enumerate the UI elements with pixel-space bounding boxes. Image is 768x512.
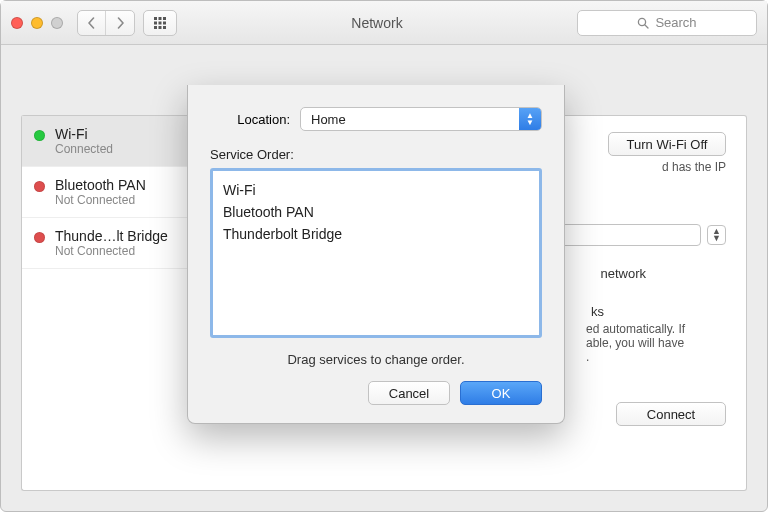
status-text-fragment: d has the IP: [662, 160, 726, 174]
status-dot-icon: [34, 232, 45, 243]
text-fragment: ks: [591, 304, 604, 319]
chevron-left-icon: [87, 17, 96, 29]
traffic-lights: [11, 17, 63, 29]
service-order-list[interactable]: Wi-Fi Bluetooth PAN Thunderbolt Bridge: [210, 168, 542, 338]
window-title: Network: [185, 15, 569, 31]
back-button[interactable]: [78, 11, 106, 35]
status-dot-icon: [34, 130, 45, 141]
interfaces-sidebar: Wi-Fi Connected Bluetooth PAN Not Connec…: [21, 115, 211, 491]
preferences-window: Network Search Wi-Fi Connected Bluetooth…: [0, 0, 768, 512]
sidebar-item-wifi[interactable]: Wi-Fi Connected: [22, 116, 211, 167]
stepper-icon[interactable]: ▲▼: [707, 225, 726, 245]
sidebar-item-bluetooth-pan[interactable]: Bluetooth PAN Not Connected: [22, 167, 211, 218]
text-fragment: able, you will have: [586, 336, 726, 350]
minimize-icon[interactable]: [31, 17, 43, 29]
sidebar-item-label: Bluetooth PAN: [55, 177, 146, 193]
svg-line-10: [645, 25, 648, 28]
connect-button[interactable]: Connect: [616, 402, 726, 426]
search-placeholder: Search: [655, 15, 696, 30]
svg-rect-0: [154, 17, 157, 20]
list-item[interactable]: Wi-Fi: [223, 179, 529, 201]
svg-rect-5: [163, 21, 166, 24]
svg-rect-8: [163, 26, 166, 29]
location-dropdown[interactable]: Home ▲▼: [300, 107, 542, 131]
close-icon[interactable]: [11, 17, 23, 29]
sheet-actions: Cancel OK: [210, 381, 542, 405]
nav-back-forward: [77, 10, 135, 36]
cancel-button[interactable]: Cancel: [368, 381, 450, 405]
network-field[interactable]: [561, 224, 701, 246]
titlebar: Network Search: [1, 1, 767, 45]
svg-rect-7: [159, 26, 162, 29]
location-value: Home: [301, 112, 519, 127]
sidebar-item-label: Wi-Fi: [55, 126, 113, 142]
sidebar-item-status: Connected: [55, 142, 113, 156]
window-body: Wi-Fi Connected Bluetooth PAN Not Connec…: [1, 45, 767, 511]
text-fragment: .: [586, 350, 726, 364]
zoom-icon[interactable]: [51, 17, 63, 29]
sidebar-item-thunderbolt-bridge[interactable]: Thunde…lt Bridge Not Connected: [22, 218, 211, 269]
sidebar-item-status: Not Connected: [55, 244, 168, 258]
svg-rect-2: [163, 17, 166, 20]
svg-rect-1: [159, 17, 162, 20]
forward-button[interactable]: [106, 11, 134, 35]
svg-rect-3: [154, 21, 157, 24]
show-all-button[interactable]: [143, 10, 177, 36]
location-label: Location:: [210, 112, 290, 127]
svg-point-9: [639, 18, 646, 25]
status-dot-icon: [34, 181, 45, 192]
turn-wifi-off-button[interactable]: Turn Wi-Fi Off: [608, 132, 726, 156]
grid-icon: [153, 16, 167, 30]
svg-rect-4: [159, 21, 162, 24]
service-order-label: Service Order:: [210, 147, 542, 162]
text-fragment: ed automatically. If: [586, 322, 726, 336]
sidebar-item-label: Thunde…lt Bridge: [55, 228, 168, 244]
dropdown-arrows-icon: ▲▼: [519, 108, 541, 130]
svg-rect-6: [154, 26, 157, 29]
list-item[interactable]: Bluetooth PAN: [223, 201, 529, 223]
service-order-sheet: Location: Home ▲▼ Service Order: Wi-Fi B…: [187, 85, 565, 424]
text-fragment: network: [600, 266, 646, 281]
list-item[interactable]: Thunderbolt Bridge: [223, 223, 529, 245]
sheet-instruction: Drag services to change order.: [210, 352, 542, 367]
ok-button[interactable]: OK: [460, 381, 542, 405]
sidebar-item-status: Not Connected: [55, 193, 146, 207]
search-field[interactable]: Search: [577, 10, 757, 36]
chevron-right-icon: [116, 17, 125, 29]
search-icon: [637, 17, 649, 29]
